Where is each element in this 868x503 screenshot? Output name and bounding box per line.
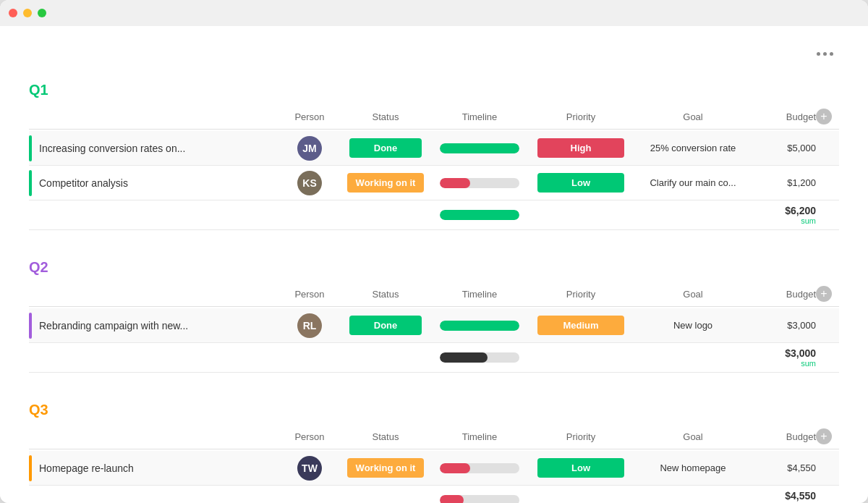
avatar-cell: RL (281, 313, 339, 338)
sum-amount: $4,550 (751, 490, 816, 502)
priority-badge[interactable]: Medium (537, 316, 624, 335)
more-button[interactable] (811, 49, 839, 59)
summary-timeline (433, 352, 527, 363)
section-q2: Q2 Person Status Timeline Priority Goal … (29, 259, 839, 373)
col-person-header: Person (281, 111, 339, 122)
avatar: JM (297, 136, 322, 161)
budget-cell: $4,550 (751, 462, 816, 473)
page-header (29, 49, 839, 59)
timeline-bar (440, 143, 519, 153)
summary-timeline (433, 210, 527, 220)
avatar-cell: KS (281, 171, 339, 195)
section-q3: Q3 Person Status Timeline Priority Goal … (29, 402, 839, 503)
task-border (29, 455, 32, 481)
titlebar (0, 0, 868, 26)
timeline-bar-wrap (440, 178, 519, 188)
timeline-bar-wrap (440, 321, 519, 331)
avatar-cell: JM (281, 136, 339, 161)
priority-badge[interactable]: Low (537, 458, 624, 478)
col-headers-q3: Person Status Timeline Priority Goal Bud… (29, 424, 839, 449)
col-budget-header: Budget (751, 111, 816, 122)
section-label-q3: Q3 (29, 402, 159, 418)
col-person-header: Person (281, 289, 339, 300)
task-name: Rebranding campaign with new... (39, 320, 188, 331)
summary-row-q2: $3,000 sum (29, 343, 839, 373)
timeline-bar (440, 321, 519, 331)
col-budget-header: Budget (751, 289, 816, 300)
task-name-cell: Increasing conversion rates on... (29, 135, 281, 161)
priority-cell[interactable]: Low (527, 458, 635, 478)
close-dot[interactable] (9, 9, 17, 17)
status-cell[interactable]: Done (339, 138, 433, 158)
col-goal-header: Goal (635, 431, 751, 442)
app-window: Q1 Person Status Timeline Priority Goal … (0, 0, 868, 503)
timeline-bar-wrap (440, 143, 519, 153)
sum-label: sum (751, 216, 816, 225)
add-task-button-q3[interactable]: + (816, 428, 832, 444)
section-header-q2: Q2 (29, 259, 839, 276)
task-border (29, 313, 32, 339)
col-timeline-header: Timeline (433, 431, 527, 442)
timeline-bar-wrap (440, 463, 519, 473)
status-cell[interactable]: Working on it (339, 458, 433, 478)
timeline-cell (433, 143, 527, 153)
section-label-q1: Q1 (29, 82, 159, 98)
col-timeline-header: Timeline (433, 111, 527, 122)
task-name-cell: Rebranding campaign with new... (29, 313, 281, 339)
col-person-header: Person (281, 431, 339, 442)
minimize-dot[interactable] (23, 9, 32, 17)
status-cell[interactable]: Working on it (339, 173, 433, 193)
col-status-header: Status (339, 111, 433, 122)
summary-row-q3: $4,550 sum (29, 486, 839, 503)
section-label-q2: Q2 (29, 259, 159, 276)
goal-cell: 25% conversion rate (635, 143, 751, 153)
timeline-bar (440, 178, 470, 188)
task-row-q3-0: Homepage re-launch TW Working on it Low … (29, 451, 839, 486)
summary-timeline (433, 495, 527, 503)
sum-label: sum (751, 359, 816, 368)
status-badge[interactable]: Done (349, 316, 422, 335)
summary-timeline-wrap (440, 210, 519, 220)
timeline-cell (433, 321, 527, 331)
priority-badge[interactable]: Low (537, 173, 624, 193)
col-add-header: + (816, 286, 839, 302)
status-cell[interactable]: Done (339, 316, 433, 335)
add-task-button-q1[interactable]: + (816, 109, 832, 124)
budget-cell: $3,000 (751, 320, 816, 331)
priority-cell[interactable]: High (527, 138, 635, 158)
status-badge[interactable]: Working on it (347, 173, 425, 193)
budget-cell: $5,000 (751, 143, 816, 153)
summary-budget: $6,200 sum (751, 205, 816, 225)
col-headers-q1: Person Status Timeline Priority Goal Bud… (29, 104, 839, 130)
status-badge[interactable]: Done (349, 138, 422, 158)
col-add-header: + (816, 428, 839, 444)
col-timeline-header: Timeline (433, 289, 527, 300)
more-dot-3 (830, 52, 833, 56)
task-name-cell: Homepage re-launch (29, 455, 281, 481)
avatar: TW (297, 456, 322, 481)
add-task-button-q2[interactable]: + (816, 286, 832, 302)
task-name-cell: Competitor analysis (29, 170, 281, 196)
col-priority-header: Priority (527, 289, 635, 300)
timeline-cell (433, 178, 527, 188)
task-row-q1-0: Increasing conversion rates on... JM Don… (29, 131, 839, 166)
more-dot-2 (823, 52, 827, 56)
summary-timeline-bar (440, 352, 488, 363)
priority-cell[interactable]: Low (527, 173, 635, 193)
priority-cell[interactable]: Medium (527, 316, 635, 335)
summary-timeline-bar (440, 210, 519, 220)
col-priority-header: Priority (527, 431, 635, 442)
col-priority-header: Priority (527, 111, 635, 122)
task-row-q2-0: Rebranding campaign with new... RL Done … (29, 308, 839, 343)
col-goal-header: Goal (635, 289, 751, 300)
zoom-dot[interactable] (38, 9, 46, 17)
more-dot-1 (817, 52, 820, 56)
priority-badge[interactable]: High (537, 138, 624, 158)
task-row-q1-1: Competitor analysis KS Working on it Low… (29, 166, 839, 200)
summary-timeline-bar (440, 495, 464, 503)
status-badge[interactable]: Working on it (347, 458, 425, 478)
summary-budget: $3,000 sum (751, 347, 816, 368)
goal-cell: New logo (635, 320, 751, 331)
summary-row-q1: $6,200 sum (29, 200, 839, 230)
section-header-q3: Q3 (29, 402, 839, 418)
